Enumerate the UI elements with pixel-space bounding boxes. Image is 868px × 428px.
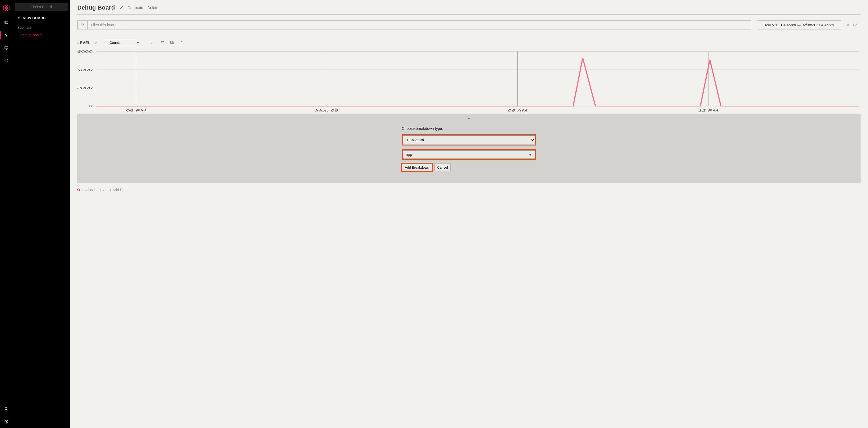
svg-rect-0 (5, 21, 6, 23)
plot-copy-icon[interactable] (170, 41, 174, 45)
plus-icon: + (18, 15, 20, 20)
plot-delete-icon[interactable] (179, 41, 184, 45)
board-title: Debug Board (78, 4, 115, 11)
app-logo (3, 4, 10, 12)
main-content: Debug Board Duplicate Delete 02/07/2021 … (70, 0, 868, 428)
icon-rail (0, 0, 13, 428)
svg-text:0: 0 (89, 105, 92, 108)
cancel-button[interactable]: Cancel (434, 164, 451, 171)
chart: 020004000600006 PMMon 0806 AM12 PM (78, 51, 861, 114)
new-board-label: NEW BOARD (23, 16, 46, 20)
svg-text:6000: 6000 (78, 51, 92, 53)
plot-footer: level:debug ⌄ + Add Plot (78, 188, 861, 192)
edit-title-icon[interactable] (119, 6, 123, 10)
duplicate-link[interactable]: Duplicate (128, 6, 143, 10)
add-plot-button[interactable]: + Add Plot (110, 188, 126, 192)
live-indicator[interactable]: LIVE (847, 23, 861, 27)
live-dot-icon (847, 24, 849, 26)
breakdown-label: Choose breakdown type: (402, 126, 536, 131)
filter-row: 02/07/2021 4:46pm — 02/08/2021 4:46pm LI… (78, 21, 861, 30)
svg-rect-8 (170, 41, 173, 43)
plot-filter-icon[interactable] (160, 41, 164, 45)
svg-text:2000: 2000 (78, 86, 92, 90)
live-label: LIVE (850, 23, 861, 27)
svg-point-3 (6, 60, 7, 61)
svg-text:12 PM: 12 PM (698, 109, 718, 112)
plot-mode-select[interactable]: Counts (106, 39, 140, 46)
plot-header: LEVEL Counts (78, 39, 861, 46)
plot-chart-type-icon[interactable] (151, 41, 155, 45)
delete-link[interactable]: Delete (148, 6, 158, 10)
find-board-input[interactable] (15, 3, 68, 11)
add-breakdown-button[interactable]: Add Breakdown (402, 164, 432, 171)
breakdown-panel: Choose breakdown type: Histogram app ▼ A… (78, 114, 861, 183)
filter-icon[interactable] (78, 21, 87, 30)
nav-activity-icon[interactable] (0, 29, 13, 41)
svg-rect-1 (6, 21, 8, 23)
breakdown-field-select[interactable]: app ▼ (403, 150, 535, 159)
breakdown-field-value: app (406, 153, 412, 157)
nav-search-icon[interactable] (0, 402, 13, 415)
plot-title: LEVEL (78, 41, 91, 45)
svg-point-6 (6, 422, 6, 423)
nav-monitor-icon[interactable] (0, 41, 13, 54)
svg-text:4000: 4000 (78, 68, 92, 71)
new-board-button[interactable]: + NEW BOARD (15, 14, 68, 22)
svg-text:06 PM: 06 PM (126, 109, 146, 112)
breakdown-type-select[interactable]: Histogram (403, 135, 535, 144)
nav-layouts-icon[interactable] (0, 16, 13, 29)
svg-rect-2 (5, 46, 8, 49)
legend-item[interactable]: level:debug ⌄ (78, 188, 105, 192)
chevron-down-icon: ⌄ (102, 188, 105, 192)
svg-point-4 (5, 407, 7, 410)
nav-help-icon[interactable] (0, 415, 13, 428)
legend-label: level:debug (82, 188, 101, 192)
board-header: Debug Board Duplicate Delete (78, 0, 861, 14)
panel-collapse-icon[interactable] (467, 116, 471, 122)
date-range-picker[interactable]: 02/07/2021 4:46pm — 02/08/2021 4:46pm (757, 21, 841, 30)
boards-heading: BOARDS (15, 26, 68, 29)
nav-settings-icon[interactable] (0, 54, 13, 67)
svg-text:06 AM: 06 AM (507, 109, 528, 112)
svg-rect-7 (171, 42, 173, 44)
filter-board-input[interactable] (87, 21, 751, 30)
svg-text:Mon 08: Mon 08 (315, 109, 339, 112)
legend-dot-icon (78, 189, 80, 191)
plot-title-edit-icon[interactable] (94, 41, 98, 45)
caret-down-icon: ▼ (528, 153, 532, 157)
sidebar-board-item[interactable]: Debug Board (15, 32, 68, 38)
sidebar: + NEW BOARD BOARDS Debug Board (13, 0, 70, 428)
